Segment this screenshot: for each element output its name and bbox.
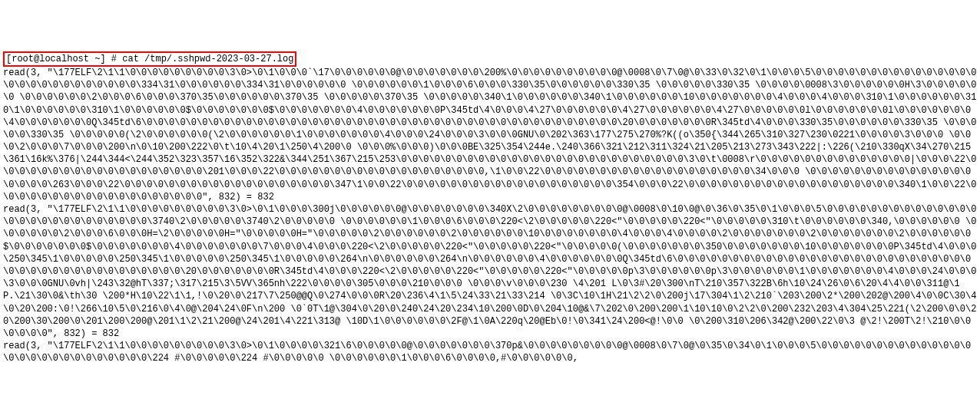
command-text: cat /tmp/.sshpwd-2023-03-27.log (122, 54, 293, 64)
terminal-output: read(3, "\177ELF\2\1\1\0\0\0\0\0\0\0\0\0… (3, 67, 977, 365)
prompt-prefix: [root@localhost ~] (6, 54, 106, 64)
terminal-prompt-line: [root@localhost ~] # cat /tmp/.sshpwd-20… (3, 54, 296, 64)
command-highlight: [root@localhost ~] # cat /tmp/.sshpwd-20… (3, 51, 296, 67)
prompt-symbol (106, 54, 111, 64)
